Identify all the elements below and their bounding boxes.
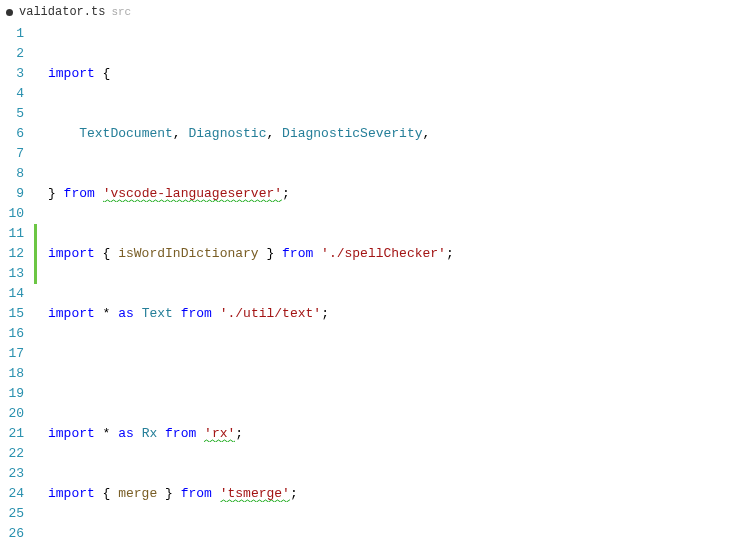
code-area[interactable]: import { TextDocument, Diagnostic, Diagn… (34, 24, 735, 547)
line-number: 16 (0, 324, 24, 344)
code-line: import { merge } from 'tsmerge'; (48, 484, 735, 504)
line-number: 21 (0, 424, 24, 444)
line-number: 7 (0, 144, 24, 164)
line-number: 6 (0, 124, 24, 144)
line-number: 17 (0, 344, 24, 364)
line-number: 26 (0, 524, 24, 544)
line-number: 23 (0, 464, 24, 484)
code-line: import { (48, 64, 735, 84)
line-number: 3 (0, 64, 24, 84)
line-number: 18 (0, 364, 24, 384)
code-line: import { isWordInDictionary } from './sp… (48, 244, 735, 264)
line-number: 12 (0, 244, 24, 264)
squiggle-word: 'vscode-languageserver' (103, 186, 282, 202)
code-line: TextDocument, Diagnostic, DiagnosticSeve… (48, 124, 735, 144)
line-number: 8 (0, 164, 24, 184)
line-number: 24 (0, 484, 24, 504)
line-number: 15 (0, 304, 24, 324)
code-line: import * as Text from './util/text'; (48, 304, 735, 324)
line-number: 25 (0, 504, 24, 524)
line-number: 11 (0, 224, 24, 244)
code-line: import * as Rx from 'rx'; (48, 424, 735, 444)
line-number: 22 (0, 444, 24, 464)
tab-bar: validator.ts src (0, 0, 736, 24)
code-line: } from 'vscode-languageserver'; (48, 184, 735, 204)
tab-directory: src (111, 6, 131, 18)
line-number: 4 (0, 84, 24, 104)
line-number: 5 (0, 104, 24, 124)
editor[interactable]: 1234567891011121314151617181920212223242… (0, 24, 736, 547)
line-number: 2 (0, 44, 24, 64)
squiggle-word: 'tsmerge' (220, 486, 290, 502)
line-number: 9 (0, 184, 24, 204)
line-number: 14 (0, 284, 24, 304)
tab-filename[interactable]: validator.ts (19, 5, 105, 19)
line-number-gutter: 1234567891011121314151617181920212223242… (0, 24, 34, 547)
line-number: 20 (0, 404, 24, 424)
code-line (48, 364, 735, 384)
line-number: 13 (0, 264, 24, 284)
line-number: 1 (0, 24, 24, 44)
squiggle-word: 'rx' (204, 426, 235, 442)
line-number: 10 (0, 204, 24, 224)
line-number: 19 (0, 384, 24, 404)
unsaved-dot-icon (6, 9, 13, 16)
